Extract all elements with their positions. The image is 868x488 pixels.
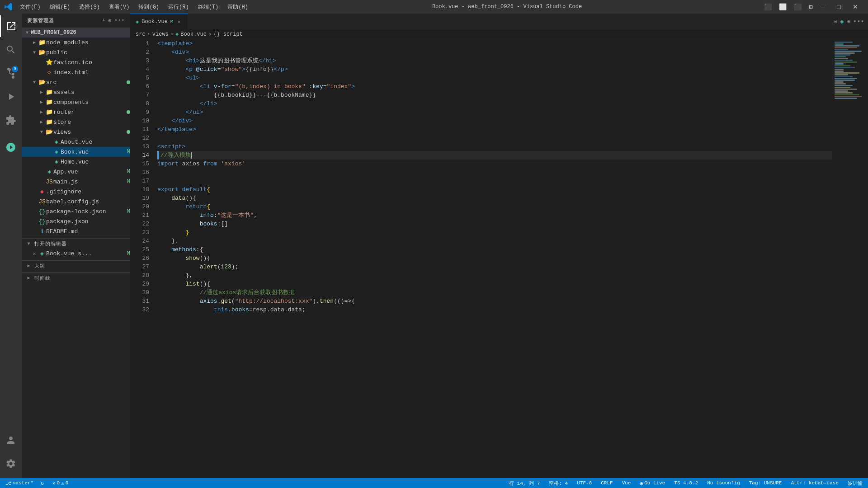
- outline-header[interactable]: ▶ 大纲: [22, 261, 130, 271]
- ts-version-item[interactable]: TS 4.8.2: [672, 478, 700, 488]
- sidebar-item-index-html[interactable]: ◇ index.html: [22, 67, 130, 77]
- sidebar-item-views[interactable]: ▼ 📂 views: [22, 127, 130, 137]
- sync-item[interactable]: ↻: [39, 478, 47, 488]
- activity-search[interactable]: [0, 39, 22, 61]
- activity-remote[interactable]: [0, 136, 22, 158]
- line-col-item[interactable]: 行 14, 列 7: [507, 478, 542, 488]
- sidebar-item-readme[interactable]: ℹ README.md: [22, 226, 130, 236]
- activity-run[interactable]: [0, 86, 22, 108]
- src-arrow[interactable]: ▼: [31, 80, 38, 85]
- timeline-header[interactable]: ▶ 时间线: [22, 273, 130, 283]
- more-actions-icon[interactable]: •••: [114, 18, 125, 23]
- sidebar-header-icons[interactable]: + ⊕ •••: [102, 18, 125, 23]
- language-item[interactable]: Vue: [620, 478, 633, 488]
- split-editor-icon[interactable]: ⊟: [833, 18, 837, 25]
- views-arrow[interactable]: ▼: [38, 130, 45, 135]
- layout-icons[interactable]: ⬛ ⬜ ⬛ ⊞: [762, 1, 814, 12]
- line-ending-item[interactable]: CRLF: [599, 478, 614, 488]
- sidebar-item-package-lock[interactable]: {} package-lock.json M: [22, 206, 130, 216]
- open-editor-book-vue[interactable]: ✕ ◈ Book.vue s... M: [22, 249, 130, 258]
- sidebar-item-node-modules[interactable]: ▶ 📁 node_modules: [22, 38, 130, 47]
- json-file-icon: {}: [38, 218, 46, 225]
- tab-book-vue[interactable]: ◈ Book.vue M ✕: [130, 14, 188, 29]
- maximize-button[interactable]: □: [832, 1, 846, 12]
- new-file-icon[interactable]: +: [102, 18, 106, 23]
- folder-icon: 📁: [38, 39, 46, 46]
- book-vue-label: Book.vue: [61, 149, 125, 155]
- sidebar-item-components[interactable]: ▶ 📁 components: [22, 97, 130, 107]
- sidebar-item-assets[interactable]: ▶ 📁 assets: [22, 87, 130, 97]
- branch-item[interactable]: ⎇ master*: [4, 478, 35, 488]
- root-collapse-arrow[interactable]: ▼: [24, 30, 31, 35]
- sidebar-item-main-js[interactable]: JS main.js M: [22, 177, 130, 187]
- editor-layout-icon[interactable]: ⊞: [846, 18, 850, 25]
- activity-extensions[interactable]: [0, 109, 22, 131]
- menu-help[interactable]: 帮助(H): [224, 2, 252, 12]
- sidebar-item-src[interactable]: ▼ 📂 src: [22, 77, 130, 87]
- menu-edit[interactable]: 编辑(E): [46, 2, 74, 12]
- sidebar-item-about-vue[interactable]: ◈ About.vue: [22, 137, 130, 147]
- menu-goto[interactable]: 转到(G): [135, 2, 163, 12]
- js-file-icon-main: JS: [45, 178, 53, 185]
- sidebar-item-favicon[interactable]: ⭐ favicon.ico: [22, 57, 130, 67]
- sidebar-item-gitignore[interactable]: ◆ .gitignore: [22, 187, 130, 197]
- layout-icon-1[interactable]: ⬛: [762, 2, 774, 12]
- assets-arrow[interactable]: ▶: [38, 89, 45, 95]
- new-folder-icon[interactable]: ⊕: [108, 18, 112, 23]
- layout-icon-2[interactable]: ⬜: [777, 2, 788, 12]
- open-editors-header[interactable]: ▼ 打开的编辑器: [22, 239, 130, 249]
- breadcrumb-views[interactable]: views: [152, 31, 169, 38]
- tag-item[interactable]: Tag: UNSURE: [747, 478, 784, 488]
- code-editor[interactable]: 12345 678910 111213 14 1516171819 202122…: [130, 39, 868, 478]
- open-file-close-icon[interactable]: ✕: [31, 251, 38, 257]
- menu-file[interactable]: 文件(F): [16, 2, 44, 12]
- vue-toolbar-icon[interactable]: ◈: [840, 18, 844, 25]
- errors-item[interactable]: ✕ 0 ⚠ 0: [51, 478, 70, 488]
- store-arrow[interactable]: ▶: [38, 119, 45, 125]
- more-editor-icon[interactable]: •••: [853, 18, 864, 25]
- sidebar-item-root[interactable]: ▼ WEB_FRONT_0926: [22, 28, 130, 38]
- close-button[interactable]: ✕: [847, 1, 863, 12]
- minimize-button[interactable]: ─: [816, 1, 831, 12]
- open-editors-arrow[interactable]: ▼: [25, 241, 33, 246]
- code-line-25: methods:{: [157, 245, 832, 254]
- menu-terminal[interactable]: 终端(T): [194, 2, 222, 12]
- breadcrumb-script[interactable]: {} script: [213, 31, 243, 38]
- components-arrow[interactable]: ▶: [38, 99, 45, 105]
- no-tsconfig-item[interactable]: No tsconfig: [705, 478, 742, 488]
- layout-icon-3[interactable]: ⬛: [792, 2, 803, 12]
- menu-run[interactable]: 运行(R): [165, 2, 193, 12]
- outline-arrow[interactable]: ▶: [25, 263, 33, 268]
- open-editor-label: Book.vue s...: [46, 250, 125, 257]
- attr-item[interactable]: Attr: kebab-case: [789, 478, 840, 488]
- activity-settings[interactable]: [0, 453, 22, 474]
- sidebar-item-package-json[interactable]: {} package.json: [22, 216, 130, 226]
- sidebar-item-store[interactable]: ▶ 📁 store: [22, 117, 130, 127]
- ime-item[interactable]: 波沪输: [846, 478, 864, 488]
- spaces-item[interactable]: 空格: 4: [547, 478, 570, 488]
- code-content[interactable]: <template> <div> <h1>这是我的图书管理系统</h1> <p …: [154, 39, 832, 478]
- sidebar-item-router[interactable]: ▶ 📁 router: [22, 107, 130, 117]
- encoding-item[interactable]: UTF-8: [575, 478, 594, 488]
- sidebar-item-book-vue[interactable]: ◈ Book.vue M: [22, 147, 130, 157]
- node-modules-arrow[interactable]: ▶: [31, 40, 38, 45]
- titlebar-menu[interactable]: 文件(F) 编辑(E) 选择(S) 查看(V) 转到(G) 运行(R) 终端(T…: [16, 2, 252, 12]
- layout-icon-4[interactable]: ⊞: [807, 2, 814, 12]
- sidebar-item-app-vue[interactable]: ◈ App.vue M: [22, 167, 130, 177]
- activity-explorer[interactable]: [0, 15, 22, 37]
- sidebar-item-home-vue[interactable]: ◈ Home.vue: [22, 157, 130, 167]
- tab-close-button[interactable]: ✕: [176, 18, 182, 26]
- public-arrow[interactable]: ▼: [31, 50, 38, 55]
- menu-select[interactable]: 选择(S): [75, 2, 104, 12]
- menu-view[interactable]: 查看(V): [105, 2, 133, 12]
- sidebar-item-babel-config[interactable]: JS babel.config.js: [22, 197, 130, 206]
- sidebar-item-public[interactable]: ▼ 📂 public: [22, 47, 130, 57]
- activity-account[interactable]: [0, 429, 22, 451]
- go-live-item[interactable]: ◉ Go Live: [638, 478, 667, 488]
- activity-source-control[interactable]: 9: [0, 62, 22, 84]
- breadcrumb-file[interactable]: Book.vue: [180, 31, 207, 38]
- breadcrumb-src[interactable]: src: [136, 31, 146, 38]
- router-arrow[interactable]: ▶: [38, 109, 45, 115]
- timeline-arrow[interactable]: ▶: [25, 275, 33, 281]
- code-line-13: <script>: [157, 142, 832, 151]
